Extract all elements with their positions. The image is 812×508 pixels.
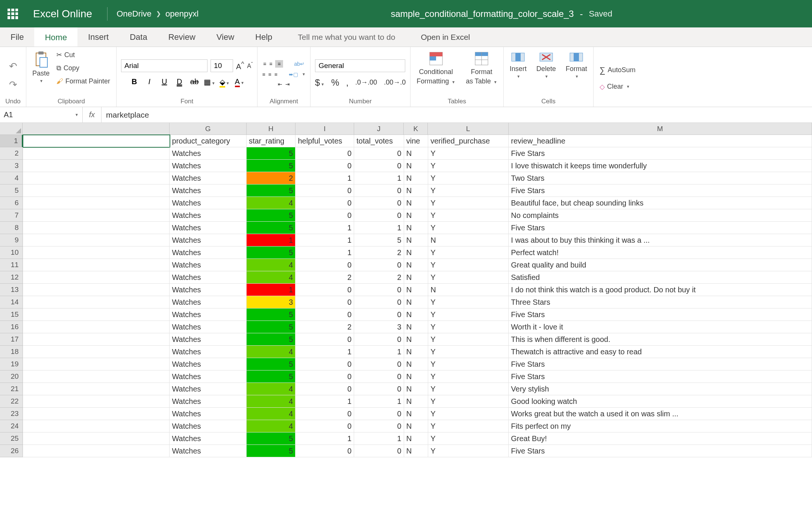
cell[interactable]: N xyxy=(428,234,509,246)
cell[interactable]: N xyxy=(404,445,428,457)
cell[interactable]: Watches xyxy=(170,147,246,160)
cell[interactable]: Y xyxy=(428,346,509,358)
cell[interactable]: Watches xyxy=(170,184,246,197)
cell[interactable]: I do not think this watch is a good prod… xyxy=(509,284,812,296)
align-left-icon[interactable]: ≡ xyxy=(262,71,265,77)
cell[interactable]: Y xyxy=(428,395,509,408)
cell[interactable]: Works great but the watch a used it on w… xyxy=(509,408,812,420)
align-right-icon[interactable]: ≡ xyxy=(274,71,277,77)
cell[interactable]: 0 xyxy=(295,333,354,346)
row-header[interactable]: 9 xyxy=(0,234,23,246)
col-header-H[interactable]: H xyxy=(247,123,295,135)
cell[interactable]: N xyxy=(404,358,428,370)
cell[interactable]: 1 xyxy=(295,172,354,184)
cell[interactable]: Three Stars xyxy=(509,296,812,308)
cell[interactable]: 0 xyxy=(295,259,354,271)
tab-file[interactable]: File xyxy=(0,27,34,47)
cell[interactable]: 4 xyxy=(247,395,296,408)
cell[interactable] xyxy=(23,333,170,346)
cell[interactable]: Watches xyxy=(170,370,246,383)
cell[interactable] xyxy=(23,445,170,457)
cell[interactable]: N xyxy=(404,308,428,321)
cell[interactable]: 4 xyxy=(247,259,296,271)
cell[interactable]: N xyxy=(404,271,428,284)
cell[interactable]: 3 xyxy=(354,321,404,333)
cell[interactable]: Five Stars xyxy=(509,358,812,370)
cell[interactable]: Watches xyxy=(170,209,246,222)
cell[interactable] xyxy=(23,222,170,234)
col-header-I[interactable]: I xyxy=(295,123,354,135)
cell[interactable]: 5 xyxy=(247,184,296,197)
col-header-blank[interactable] xyxy=(23,123,170,135)
cell[interactable]: N xyxy=(428,284,509,296)
row-header[interactable]: 24 xyxy=(0,420,23,432)
cell[interactable] xyxy=(23,296,170,308)
cell[interactable] xyxy=(23,160,170,172)
tell-me-search[interactable]: Tell me what you want to do xyxy=(283,27,410,47)
row-header[interactable]: 19 xyxy=(0,358,23,370)
cell[interactable]: 5 xyxy=(247,358,296,370)
cell[interactable]: N xyxy=(404,234,428,246)
cell[interactable] xyxy=(23,184,170,197)
cell[interactable]: vine xyxy=(404,135,428,147)
cell[interactable]: 1 xyxy=(295,222,354,234)
cell[interactable]: Y xyxy=(428,296,509,308)
cell[interactable]: 4 xyxy=(247,197,296,209)
cell[interactable]: 4 xyxy=(247,346,296,358)
cell[interactable]: 2 xyxy=(247,172,296,184)
cell[interactable]: 0 xyxy=(354,296,404,308)
cell[interactable]: Beautiful face, but cheap sounding links xyxy=(509,197,812,209)
cell[interactable] xyxy=(23,271,170,284)
cell[interactable]: Y xyxy=(428,383,509,395)
cell[interactable] xyxy=(23,346,170,358)
cell[interactable]: 5 xyxy=(247,321,296,333)
cell[interactable]: 0 xyxy=(295,184,354,197)
double-underline-button[interactable]: D xyxy=(173,76,185,88)
conditional-formatting-button[interactable]: Conditional Formatting ▼ xyxy=(415,49,457,87)
row-header[interactable]: 23 xyxy=(0,408,23,420)
cell[interactable]: 0 xyxy=(295,284,354,296)
cell[interactable]: 0 xyxy=(295,370,354,383)
cell[interactable]: 4 xyxy=(247,383,296,395)
tab-data[interactable]: Data xyxy=(119,27,158,47)
cell[interactable]: I love thiswatch it keeps time wonderful… xyxy=(509,160,812,172)
cell[interactable] xyxy=(23,172,170,184)
undo-icon[interactable]: ↶ xyxy=(9,60,17,72)
cell[interactable] xyxy=(23,395,170,408)
cell[interactable] xyxy=(23,209,170,222)
row-header[interactable]: 22 xyxy=(0,395,23,408)
cell[interactable]: N xyxy=(404,395,428,408)
row-header[interactable]: 2 xyxy=(0,147,23,160)
cell[interactable]: Watches xyxy=(170,408,246,420)
cell[interactable]: Fits perfect on my xyxy=(509,420,812,432)
cell[interactable]: 0 xyxy=(354,184,404,197)
cell[interactable]: Watches xyxy=(170,160,246,172)
cell[interactable]: Five Stars xyxy=(509,445,812,457)
cell[interactable]: Watches xyxy=(170,197,246,209)
cell[interactable]: 4 xyxy=(247,271,296,284)
number-format-select[interactable] xyxy=(315,59,405,72)
copy-button[interactable]: ⧉ Copy xyxy=(55,63,81,73)
currency-icon[interactable]: $▼ xyxy=(315,77,324,88)
cell[interactable]: product_category xyxy=(170,135,247,147)
delete-cells-button[interactable]: Delete▼ xyxy=(535,49,557,80)
cell[interactable] xyxy=(23,432,170,445)
name-box[interactable]: A1 ▼ xyxy=(0,107,83,122)
cell[interactable]: 1 xyxy=(295,346,354,358)
cell[interactable]: Five Stars xyxy=(509,308,812,321)
row-header[interactable]: 10 xyxy=(0,246,23,259)
cell[interactable]: 5 xyxy=(247,333,296,346)
col-header-L[interactable]: L xyxy=(428,123,508,135)
cell[interactable]: 0 xyxy=(354,358,404,370)
cell[interactable] xyxy=(23,197,170,209)
cell[interactable]: N xyxy=(404,346,428,358)
cell[interactable]: Watches xyxy=(170,284,246,296)
percent-icon[interactable]: % xyxy=(331,77,339,88)
cell[interactable]: 5 xyxy=(247,147,296,160)
cell[interactable]: Five Stars xyxy=(509,184,812,197)
fx-icon[interactable]: fx xyxy=(83,107,102,122)
tab-review[interactable]: Review xyxy=(158,27,206,47)
cell[interactable]: total_votes xyxy=(354,135,404,147)
cell[interactable]: Y xyxy=(428,358,509,370)
cell[interactable]: Great quality and build xyxy=(509,259,812,271)
